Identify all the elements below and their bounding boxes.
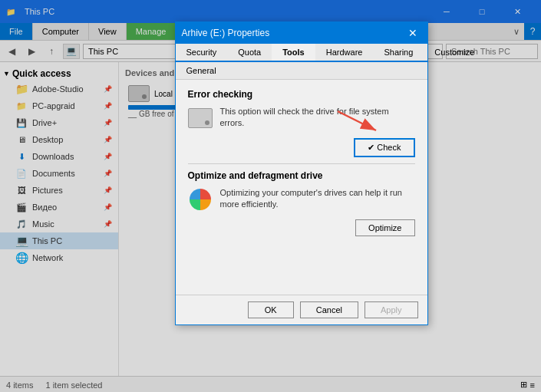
optimize-title: Optimize and defragment drive [188,170,415,181]
dialog-close-button[interactable]: ✕ [404,25,421,41]
tab-quota[interactable]: Quota [227,44,272,61]
dialog-titlebar: Arhive (E:) Properties ✕ [176,22,427,44]
tab-general[interactable]: General [176,62,227,79]
optimize-button[interactable]: Optimize [355,219,414,236]
section-divider [188,163,415,164]
dialog-tabs-row2: General [176,62,427,80]
tab-security[interactable]: Security [176,44,228,61]
error-checking-description: This option will check the drive for fil… [220,106,415,130]
check-button[interactable]: ✔ Check [354,138,414,157]
error-checking-row: This option will check the drive for fil… [188,106,415,130]
dialog-footer: OK Cancel Apply [176,295,427,324]
optimize-description: Optimizing your computer's drives can he… [220,187,415,211]
dialog-title: Arhive (E:) Properties [182,28,404,38]
ok-button[interactable]: OK [248,301,294,318]
properties-dialog: Arhive (E:) Properties ✕ Security Quota … [175,21,428,325]
error-checking-btn-row: ✔ Check [188,138,415,157]
error-checking-icon [188,106,213,130]
tab-hardware[interactable]: Hardware [315,44,374,61]
tab-sharing[interactable]: Sharing [373,44,424,61]
dialog-overlay: Arhive (E:) Properties ✕ Security Quota … [0,0,541,392]
cancel-button[interactable]: Cancel [300,301,358,318]
apply-button[interactable]: Apply [365,301,418,318]
optimize-icon [188,187,213,212]
optimize-btn-row: Optimize [188,219,415,236]
dialog-content: Error checking This option will check th… [176,80,427,295]
tab-customize[interactable]: Customize [424,44,485,61]
optimize-text-wrap: Optimizing your computer's drives can he… [220,187,415,211]
error-checking-title: Error checking [188,89,415,100]
tab-tools[interactable]: Tools [272,42,315,61]
error-checking-text-wrap: This option will check the drive for fil… [220,106,415,130]
dialog-tabs-row1: Security Quota Tools Hardware Sharing Cu… [176,44,427,62]
optimize-row: Optimizing your computer's drives can he… [188,187,415,212]
